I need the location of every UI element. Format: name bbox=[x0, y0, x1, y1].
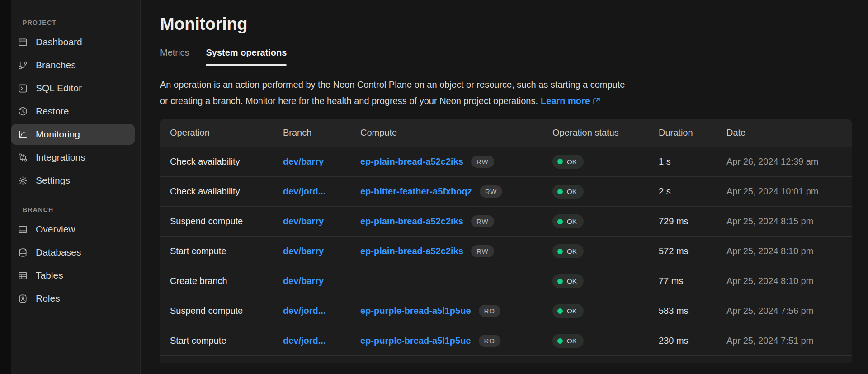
tab-metrics[interactable]: Metrics bbox=[160, 47, 189, 65]
status-dot-icon bbox=[557, 189, 563, 194]
main-content: Monitoring MetricsSystem operations An o… bbox=[141, 0, 868, 374]
compute-type-badge: RW bbox=[471, 156, 494, 168]
branch-link[interactable]: dev/jord... bbox=[283, 336, 326, 346]
table-row: Suspend compute dev/jord... ep-purple-br… bbox=[160, 296, 852, 326]
branch-link[interactable]: dev/barry bbox=[283, 216, 324, 226]
branch-cell: dev/jord... bbox=[283, 186, 360, 197]
date-cell: Apr 25, 2024 7:56 pm bbox=[726, 306, 852, 316]
table-row: Suspend compute dev/barry ep-plain-bread… bbox=[160, 206, 852, 236]
branch-link[interactable]: dev/jord... bbox=[283, 306, 326, 316]
compute-link[interactable]: ep-plain-bread-a52c2iks bbox=[360, 246, 463, 256]
sidebar-item-dashboard[interactable]: Dashboard bbox=[11, 32, 135, 52]
status-cell: OK bbox=[552, 214, 659, 228]
branch-link[interactable]: dev/barry bbox=[283, 246, 324, 256]
duration-cell: 2 s bbox=[659, 186, 726, 197]
roles-icon bbox=[17, 293, 28, 304]
date-cell: Apr 25, 2024 7:51 pm bbox=[726, 336, 852, 346]
sidebar-item-sql-editor[interactable]: SQL Editor bbox=[11, 78, 135, 99]
compute-cell: ep-bitter-feather-a5fxhoqz RW bbox=[360, 185, 552, 198]
description-line2: or creating a branch. Monitor here for t… bbox=[160, 96, 538, 106]
operation-cell: Start compute bbox=[170, 246, 283, 256]
compute-type-badge: RO bbox=[479, 335, 501, 347]
compute-link[interactable]: ep-plain-bread-a52c2iks bbox=[360, 156, 463, 167]
sidebar-item-databases[interactable]: Databases bbox=[11, 242, 135, 263]
date-cell: Apr 25, 2024 8:15 pm bbox=[726, 216, 852, 227]
description-line1: An operation is an action performed by t… bbox=[160, 80, 625, 90]
status-label: OK bbox=[567, 218, 577, 225]
duration-cell: 583 ms bbox=[659, 306, 726, 316]
date-cell: Apr 25, 2024 8:10 pm bbox=[726, 276, 852, 286]
column-header-date: Date bbox=[726, 128, 852, 138]
sidebar-section-label: PROJECT bbox=[23, 19, 140, 26]
table-header: OperationBranchComputeOperation statusDu… bbox=[160, 119, 852, 147]
table-row: Check availability dev/barry ep-plain-br… bbox=[160, 147, 852, 176]
status-dot-icon bbox=[557, 219, 563, 224]
branch-link[interactable]: dev/barry bbox=[283, 156, 324, 166]
dashboard-icon bbox=[17, 37, 28, 47]
status-label: OK bbox=[567, 158, 577, 166]
status-label: OK bbox=[567, 307, 577, 315]
sidebar: PROJECT Dashboard Branches SQL Editor Re… bbox=[11, 0, 141, 374]
compute-cell: ep-purple-bread-a5l1p5ue RO bbox=[360, 305, 552, 317]
table-row: Create branch dev/barry OK 77 ms Apr 25,… bbox=[160, 266, 852, 296]
settings-icon bbox=[17, 175, 28, 186]
learn-more-link[interactable]: Learn more bbox=[541, 96, 601, 106]
restore-icon bbox=[17, 106, 28, 117]
table-body: Check availability dev/barry ep-plain-br… bbox=[160, 147, 852, 355]
duration-cell: 729 ms bbox=[659, 216, 726, 227]
sidebar-section: PROJECT Dashboard Branches SQL Editor Re… bbox=[11, 19, 140, 191]
status-cell: OK bbox=[552, 244, 659, 258]
duration-cell: 230 ms bbox=[659, 336, 726, 346]
table-row: Check availability dev/jord... ep-bitter… bbox=[160, 176, 852, 206]
status-badge: OK bbox=[552, 334, 584, 348]
integrations-icon bbox=[17, 152, 28, 163]
status-badge: OK bbox=[552, 185, 584, 199]
app-root: PROJECT Dashboard Branches SQL Editor Re… bbox=[0, 0, 868, 374]
compute-link[interactable]: ep-purple-bread-a5l1p5ue bbox=[360, 336, 471, 346]
compute-type-badge: RW bbox=[471, 245, 494, 257]
status-dot-icon bbox=[557, 308, 563, 314]
sidebar-item-integrations[interactable]: Integrations bbox=[11, 147, 135, 168]
branch-cell: dev/barry bbox=[283, 156, 360, 167]
sidebar-item-monitoring[interactable]: Monitoring bbox=[11, 124, 135, 145]
branch-cell: dev/barry bbox=[283, 246, 360, 256]
databases-icon bbox=[17, 247, 28, 258]
sidebar-item-restore[interactable]: Restore bbox=[11, 101, 135, 122]
table-row-partial bbox=[160, 355, 852, 363]
tab-system-operations[interactable]: System operations bbox=[206, 47, 287, 65]
status-badge: OK bbox=[552, 304, 584, 318]
sidebar-item-branches[interactable]: Branches bbox=[11, 55, 135, 76]
status-dot-icon bbox=[557, 338, 563, 344]
status-cell: OK bbox=[552, 185, 659, 199]
operation-cell: Check availability bbox=[170, 186, 283, 197]
sidebar-nav-list: Overview Databases Tables Roles bbox=[11, 219, 140, 309]
compute-cell: ep-purple-bread-a5l1p5ue RO bbox=[360, 335, 552, 347]
page-title: Monitoring bbox=[160, 14, 852, 34]
operations-table: OperationBranchComputeOperation statusDu… bbox=[160, 119, 852, 363]
branch-cell: dev/barry bbox=[283, 276, 360, 286]
sidebar-item-roles[interactable]: Roles bbox=[11, 288, 135, 309]
status-badge: OK bbox=[552, 214, 584, 228]
sidebar-item-overview[interactable]: Overview bbox=[11, 219, 135, 240]
compute-link[interactable]: ep-purple-bread-a5l1p5ue bbox=[360, 306, 471, 316]
operation-cell: Suspend compute bbox=[170, 216, 283, 227]
column-header-operation: Operation bbox=[170, 128, 283, 138]
sql-editor-icon bbox=[17, 83, 28, 94]
branch-cell: dev/jord... bbox=[283, 336, 360, 346]
learn-more-label: Learn more bbox=[541, 96, 590, 106]
left-rail bbox=[0, 0, 11, 374]
date-cell: Apr 25, 2024 8:10 pm bbox=[726, 246, 852, 256]
branch-link[interactable]: dev/barry bbox=[283, 276, 324, 286]
status-label: OK bbox=[567, 337, 577, 345]
status-badge: OK bbox=[552, 155, 584, 169]
date-cell: Apr 26, 2024 12:39 am bbox=[726, 156, 852, 167]
operation-cell: Start compute bbox=[170, 336, 283, 346]
sidebar-item-tables[interactable]: Tables bbox=[11, 265, 135, 286]
sidebar-item-settings[interactable]: Settings bbox=[11, 170, 135, 191]
status-label: OK bbox=[567, 247, 577, 255]
branch-link[interactable]: dev/jord... bbox=[283, 186, 326, 196]
compute-link[interactable]: ep-plain-bread-a52c2iks bbox=[360, 216, 463, 227]
status-dot-icon bbox=[557, 279, 563, 284]
compute-link[interactable]: ep-bitter-feather-a5fxhoqz bbox=[360, 186, 472, 197]
table-row: Start compute dev/jord... ep-purple-brea… bbox=[160, 326, 852, 355]
